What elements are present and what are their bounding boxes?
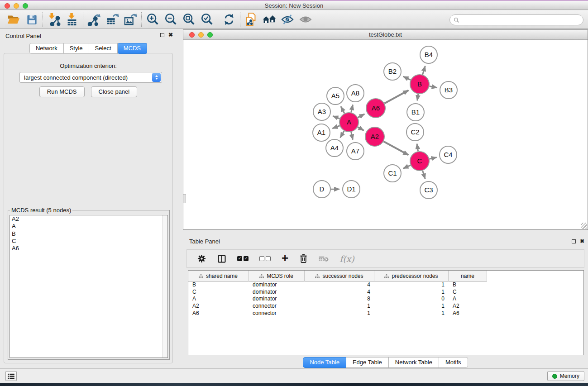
refresh-button[interactable]: [220, 12, 238, 27]
hide-panels-button[interactable]: [278, 12, 296, 27]
graph-edge-A-A2[interactable]: [358, 127, 363, 131]
column-header-MCDS-role[interactable]: MCDS role: [249, 271, 305, 281]
optimization-criterion-select[interactable]: largest connected component (directed): [19, 72, 162, 83]
graph-node-A[interactable]: A: [339, 113, 359, 132]
import-network-button[interactable]: [45, 12, 63, 27]
graph-node-C1[interactable]: C1: [384, 165, 401, 182]
graph-edge-A-A5[interactable]: [341, 106, 344, 113]
table-cell[interactable]: dominator: [249, 295, 305, 303]
table-cell[interactable]: 0: [374, 295, 449, 303]
tab-edge-table[interactable]: Edge Table: [346, 357, 389, 368]
tab-network[interactable]: Network: [29, 43, 64, 54]
close-table-panel-icon[interactable]: ✖: [580, 239, 584, 243]
table-cell[interactable]: dominator: [249, 281, 305, 289]
graph-node-A2[interactable]: A2: [365, 127, 384, 146]
graph-node-A4[interactable]: A4: [326, 139, 343, 157]
table-cell[interactable]: C: [188, 289, 249, 296]
table-cell[interactable]: A2: [188, 303, 249, 310]
show-panels-button[interactable]: [296, 12, 315, 27]
table-cell[interactable]: 1: [305, 310, 374, 317]
import-table-button[interactable]: [63, 12, 81, 27]
close-panel-icon[interactable]: ✖: [168, 33, 173, 37]
tab-motifs[interactable]: Motifs: [439, 357, 468, 368]
graph-node-C2[interactable]: C2: [406, 124, 424, 141]
select-all-button[interactable]: ✓✓: [237, 256, 249, 261]
network-graph[interactable]: B4B2BB3A5A8A6A3B1AA1C2A2A4A7C4CC1C3DD1: [183, 40, 588, 229]
table-cell[interactable]: connector: [249, 303, 305, 310]
result-item[interactable]: A2: [10, 215, 167, 223]
result-item[interactable]: B: [10, 230, 167, 238]
graph-node-A3[interactable]: A3: [313, 103, 330, 120]
column-header-predecessor-nodes[interactable]: predecessor nodes: [374, 271, 449, 281]
result-item[interactable]: A6: [10, 245, 167, 252]
graph-node-B1[interactable]: B1: [407, 104, 424, 121]
tab-mcds[interactable]: MCDS: [118, 43, 147, 54]
table-cell[interactable]: 1: [374, 303, 449, 310]
graph-edge-A-A7[interactable]: [351, 132, 353, 139]
graph-edge-A2-C[interactable]: [383, 142, 408, 155]
graph-node-A7[interactable]: A7: [347, 143, 364, 160]
memory-button[interactable]: Memory: [547, 371, 584, 381]
table-cell[interactable]: 1: [374, 310, 449, 317]
graph-edge-A6-B[interactable]: [384, 90, 408, 103]
graph-edge-B-B4[interactable]: [422, 66, 425, 75]
delete-table-button[interactable]: [319, 255, 329, 262]
result-item[interactable]: C: [10, 238, 167, 245]
zoom-fit-button[interactable]: [180, 12, 198, 27]
add-column-button[interactable]: +: [282, 255, 288, 262]
float-panel-icon[interactable]: [160, 33, 164, 37]
result-list-scrollbar[interactable]: [162, 215, 167, 357]
graph-node-A8[interactable]: A8: [347, 85, 364, 102]
window-resize-grip[interactable]: [581, 223, 587, 229]
graph-edge-B-B2[interactable]: [403, 76, 411, 80]
task-history-button[interactable]: [5, 371, 17, 381]
column-header-successor-nodes[interactable]: successor nodes: [305, 271, 374, 281]
graph-edge-A-A8[interactable]: [351, 105, 353, 112]
graph-edge-A-A3[interactable]: [333, 116, 339, 119]
table-row[interactable]: Cdominator41C: [188, 289, 583, 296]
graph-edge-B-B3[interactable]: [430, 86, 437, 87]
table-cell[interactable]: connector: [249, 310, 305, 317]
graph-node-A6[interactable]: A6: [366, 99, 385, 118]
save-session-button[interactable]: [23, 12, 41, 27]
splitter-grip[interactable]: [183, 194, 186, 203]
network-canvas[interactable]: B4B2BB3A5A8A6A3B1AA1C2A2A4A7C4CC1C3DD1: [183, 40, 588, 229]
graph-node-B3[interactable]: B3: [440, 81, 457, 99]
tab-style[interactable]: Style: [64, 43, 89, 54]
table-cell[interactable]: A6: [449, 310, 487, 317]
zoom-selected-button[interactable]: [198, 12, 216, 27]
graph-edge-C-C3[interactable]: [423, 171, 425, 179]
search-input[interactable]: [462, 17, 579, 23]
close-panel-button[interactable]: Close panel: [91, 86, 138, 97]
graph-edge-C-C1[interactable]: [403, 165, 411, 168]
table-cell[interactable]: B: [449, 281, 487, 289]
graph-node-C3[interactable]: C3: [420, 181, 437, 199]
tab-select[interactable]: Select: [89, 43, 118, 54]
graph-node-B[interactable]: B: [410, 75, 429, 94]
graph-edge-B-B1[interactable]: [417, 94, 418, 100]
export-table-button[interactable]: [103, 12, 121, 27]
graph-edge-A-A4[interactable]: [340, 131, 344, 138]
table-row[interactable]: A6connector11A6: [188, 310, 583, 317]
run-mcds-button[interactable]: Run MCDS: [39, 86, 85, 97]
tab-node-table[interactable]: Node Table: [303, 357, 346, 368]
graph-edge-C-C2[interactable]: [417, 144, 418, 152]
export-network-button[interactable]: [85, 12, 103, 27]
tab-network-table[interactable]: Network Table: [389, 357, 439, 368]
mcds-result-list[interactable]: A2ABCA6: [10, 215, 168, 358]
table-row[interactable]: Bdominator41B: [188, 281, 583, 289]
function-builder-button[interactable]: f(x): [339, 254, 354, 264]
table-cell[interactable]: 4: [305, 281, 374, 289]
table-cell[interactable]: 8: [305, 295, 374, 303]
graph-node-B4[interactable]: B4: [420, 46, 437, 63]
deselect-all-button[interactable]: [259, 256, 271, 261]
column-header-name[interactable]: name: [449, 271, 487, 281]
split-view-button[interactable]: [217, 254, 226, 263]
column-header-shared-name[interactable]: shared name: [188, 271, 249, 281]
table-row[interactable]: Adominator80A: [188, 295, 583, 303]
graph-node-D1[interactable]: D1: [343, 181, 360, 198]
table-cell[interactable]: 1: [305, 303, 374, 310]
table-cell[interactable]: dominator: [249, 289, 305, 296]
graph-edge-C-C4[interactable]: [429, 157, 436, 159]
zoom-in-button[interactable]: [143, 12, 162, 27]
